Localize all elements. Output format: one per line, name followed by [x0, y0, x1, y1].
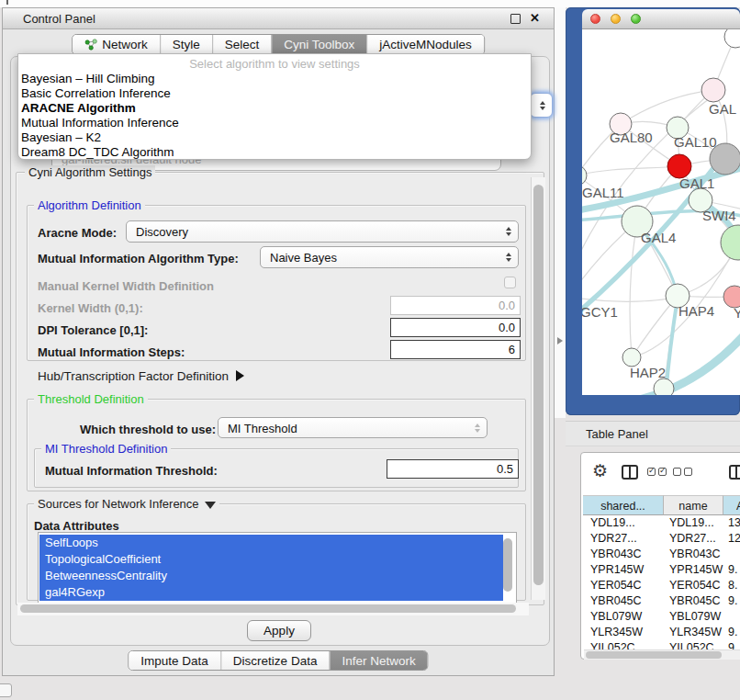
table-horizontal-scrollbar-thumb[interactable] — [586, 651, 722, 659]
dropdown-item-bayesian-hill-climbing[interactable]: Bayesian – Hill Climbing — [18, 72, 531, 86]
tab-cyni-toolbox[interactable]: Cyni Toolbox — [271, 35, 366, 54]
sources-legend[interactable]: Sources for Network Inference — [34, 497, 219, 511]
svg-text:GAL10: GAL10 — [674, 134, 717, 150]
which-threshold-label: Which threshold to use: — [80, 423, 216, 436]
bottom-corner-button[interactable] — [0, 683, 12, 697]
settings-horizontal-scrollbar-thumb[interactable] — [20, 604, 516, 613]
window-zoom-button[interactable] — [631, 14, 641, 24]
dropdown-item-basic-correlation[interactable]: Basic Correlation Inference — [18, 86, 531, 101]
svg-text:GAL: GAL — [709, 101, 736, 117]
table-row[interactable]: YLR345WYLR345W9. — [583, 625, 740, 640]
mi-steps-field[interactable] — [390, 340, 521, 359]
table-panel-card: ⚙ shared... name A YDL19...YDL19...13 YD… — [580, 452, 740, 660]
data-attributes-list[interactable]: SelfLoops TopologicalCoefficient Between… — [38, 532, 517, 604]
apply-button[interactable]: Apply — [247, 620, 311, 641]
settings-horizontal-scrollbar[interactable] — [17, 603, 529, 615]
network-canvas[interactable]: GAL GAL80 GAL10 GAL1 GAL11 SWI4 GAL4 GCY… — [582, 29, 740, 395]
network-tab-icon — [84, 39, 97, 51]
node-unlabeled[interactable] — [721, 225, 740, 260]
data-attributes-label: Data Attributes — [34, 519, 119, 533]
deselect-all-checkboxes-icon[interactable] — [673, 468, 692, 476]
table-toolbar: ⚙ — [581, 453, 740, 493]
mi-algorithm-type-combobox[interactable]: Naive Bayes — [260, 246, 519, 268]
mi-threshold-field[interactable] — [387, 459, 519, 479]
svg-text:GAL1: GAL1 — [679, 175, 714, 191]
table-horizontal-scrollbar[interactable] — [584, 649, 740, 660]
column-header-name[interactable]: name — [664, 495, 723, 515]
dropdown-placeholder: Select algorithm to view settings — [18, 57, 531, 72]
table-row[interactable]: YBR043CYBR043C — [583, 547, 740, 562]
svg-text:GCY1: GCY1 — [582, 304, 618, 320]
attribute-betweennesscentrality[interactable]: BetweennessCentrality — [39, 568, 503, 584]
node-unlabeled[interactable] — [654, 378, 674, 395]
table-row[interactable]: YDL19...YDL19...13 — [583, 515, 740, 531]
combo-arrows-icon — [506, 253, 511, 262]
dropdown-item-bayesian-k2[interactable]: Bayesian – K2 — [18, 130, 531, 145]
dropdown-item-aracne[interactable]: ARACNE Algorithm — [18, 101, 531, 116]
dropdown-item-mutual-information[interactable]: Mutual Information Inference — [18, 116, 531, 130]
settings-vertical-scrollbar[interactable] — [531, 177, 545, 600]
hub-definition-label: Hub/Transcription Factor Definition — [38, 369, 229, 383]
table-row[interactable]: YPR145WYPR145W9. — [583, 562, 740, 578]
split-columns-icon[interactable] — [622, 465, 638, 480]
tab-infer-network-label: Infer Network — [342, 654, 415, 668]
aracne-mode-label: Aracne Mode: — [38, 226, 117, 240]
which-threshold-combobox[interactable]: MI Threshold — [218, 417, 488, 438]
algorithm-combobox-stepper[interactable] — [530, 93, 553, 118]
window-close-button[interactable] — [590, 14, 600, 24]
tab-style[interactable]: Style — [160, 35, 212, 54]
table-row[interactable]: YER054CYER054C8. — [583, 578, 740, 593]
table-row[interactable]: YDR27...YDR27...12 — [583, 531, 740, 547]
tab-impute-data-label: Impute Data — [140, 654, 208, 668]
attributes-scrollbar-thumb[interactable] — [503, 538, 512, 592]
window-minimize-button[interactable] — [611, 14, 621, 24]
node-hap2[interactable] — [622, 348, 641, 367]
column-header-cut[interactable]: A — [723, 495, 740, 515]
control-panel-title: Control Panel — [23, 12, 95, 26]
network-window-titlebar[interactable] — [582, 9, 740, 29]
tab-impute-data[interactable]: Impute Data — [129, 651, 220, 670]
dropdown-item-dream8[interactable]: Dream8 DC_TDC Algorithm — [18, 145, 531, 160]
tab-discretize-data[interactable]: Discretize Data — [220, 651, 330, 670]
hub-definition-expander[interactable]: Hub/Transcription Factor Definition — [38, 369, 244, 383]
panel-splitter-gutter[interactable] — [555, 7, 566, 418]
cyni-bottom-tabs: Impute Data Discretize Data Infer Networ… — [128, 650, 428, 671]
tab-infer-network[interactable]: Infer Network — [329, 651, 427, 670]
combo-arrows-icon — [506, 227, 511, 236]
toolbar-remnant — [6, 0, 8, 5]
float-panel-icon[interactable] — [510, 14, 521, 24]
tab-style-label: Style — [173, 38, 200, 51]
mi-algorithm-type-value: Naive Bayes — [270, 251, 337, 265]
algorithm-definition-legend: Algorithm Definition — [34, 198, 145, 212]
tab-network[interactable]: Network — [73, 35, 160, 54]
table-row[interactable]: YBL079WYBL079W — [583, 609, 740, 625]
column-header-shared-name[interactable]: shared... — [583, 495, 664, 515]
svg-text:GAL80: GAL80 — [610, 130, 653, 145]
manual-kernel-width-checkbox[interactable] — [504, 277, 516, 288]
close-panel-icon[interactable]: ✕ — [530, 11, 540, 25]
table-row[interactable]: YBR045CYBR045C9. — [583, 593, 740, 609]
algorithm-dropdown-list[interactable]: Select algorithm to view settings Bayesi… — [17, 53, 532, 160]
node-unlabeled[interactable] — [724, 29, 740, 48]
settings-vertical-scrollbar-thumb[interactable] — [533, 185, 544, 585]
tab-select[interactable]: Select — [212, 35, 272, 54]
attributes-scrollbar[interactable] — [503, 536, 513, 600]
attribute-gal4rgexp[interactable]: gal4RGexp — [39, 584, 503, 601]
stepper-arrows-icon — [540, 101, 545, 110]
collapse-down-icon — [205, 502, 216, 509]
attribute-topologicalcoefficient[interactable]: TopologicalCoefficient — [39, 551, 503, 568]
kernel-width-field[interactable] — [390, 296, 521, 315]
dpi-tolerance-label: DPI Tolerance [0,1]: — [38, 323, 148, 337]
tab-jactivemnodules[interactable]: jActiveMNodules — [366, 35, 484, 54]
select-all-checkboxes-icon[interactable] — [647, 468, 667, 476]
network-window: GAL GAL80 GAL10 GAL1 GAL11 SWI4 GAL4 GCY… — [582, 9, 740, 395]
table-mode-icon[interactable] — [729, 465, 740, 480]
gear-icon[interactable]: ⚙ — [592, 461, 608, 481]
aracne-mode-value: Discovery — [136, 225, 188, 239]
node-gal[interactable] — [701, 78, 725, 102]
control-panel-titlebar[interactable]: Control Panel ✕ — [3, 8, 554, 29]
dpi-tolerance-field[interactable] — [390, 318, 521, 337]
splitter-collapse-icon[interactable] — [557, 337, 563, 344]
aracne-mode-combobox[interactable]: Discovery — [126, 220, 519, 243]
attribute-selfloops[interactable]: SelfLoops — [39, 535, 503, 551]
